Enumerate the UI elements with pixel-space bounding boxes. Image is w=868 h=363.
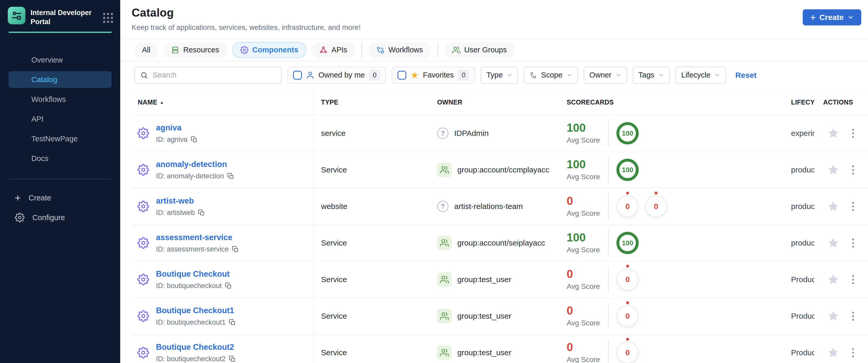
component-gear-icon <box>137 274 149 285</box>
entity-name-link[interactable]: Boutique Checkout1 <box>156 306 234 315</box>
avg-score-label: Avg Score <box>567 173 604 181</box>
favorite-star-button[interactable] <box>827 237 839 249</box>
favorite-star-button[interactable] <box>827 127 839 139</box>
name-cell: Boutique Checkout2ID: boutiquecheckout2 <box>132 334 314 363</box>
sidebar-item-overview[interactable]: Overview <box>8 52 112 68</box>
column-header-type[interactable]: TYPE <box>314 98 433 106</box>
scorecard-rings: 100 <box>616 122 639 144</box>
column-header-owner[interactable]: OWNER <box>433 98 565 106</box>
scorecard-ring: 0 <box>616 341 639 363</box>
scorecards-cell: 0Avg Score0 <box>565 303 791 330</box>
column-header-name[interactable]: NAME ▲ <box>132 89 314 115</box>
row-menu-button[interactable] <box>850 347 856 359</box>
sidebar-item-catalog[interactable]: Catalog <box>8 71 112 88</box>
favorites-filter[interactable]: ★ Favorites 0 <box>392 67 475 84</box>
page-header: Catalog Keep track of applications, serv… <box>120 0 868 39</box>
row-menu-button[interactable] <box>850 127 856 140</box>
favorite-star-button[interactable] <box>827 274 839 285</box>
table-row: anomaly-detectionID: anomaly-detectionSe… <box>132 152 868 188</box>
table-row: Boutique CheckoutID: boutiquecheckoutSer… <box>132 261 868 298</box>
tab-workflows-label: Workflows <box>389 46 423 54</box>
owned-by-me-filter[interactable]: Owned by me 0 <box>287 67 386 84</box>
copy-id-icon[interactable] <box>232 246 239 253</box>
app-switcher-grid-icon[interactable] <box>103 7 113 23</box>
scorecard-ring-value: 100 <box>622 239 633 247</box>
reset-filters-link[interactable]: Reset <box>735 71 756 80</box>
column-header-scorecards[interactable]: SCORECARDS <box>565 98 791 106</box>
create-button[interactable]: + Create <box>803 9 861 25</box>
copy-id-icon[interactable] <box>198 209 205 216</box>
favorite-star-button[interactable] <box>827 201 839 212</box>
sidebar-create-label: Create <box>29 194 51 202</box>
name-wrap: anomaly-detectionID: anomaly-detection <box>156 160 234 180</box>
row-menu-button[interactable] <box>850 164 856 176</box>
scorecard-rings: 0 <box>616 341 639 363</box>
tab-user-groups[interactable]: User Groups <box>445 42 514 58</box>
scorecard-ring: 100 <box>616 232 639 254</box>
entity-name-link[interactable]: Boutique Checkout2 <box>156 342 234 352</box>
copy-id-icon[interactable] <box>227 173 234 180</box>
tab-resources[interactable]: Resources <box>163 42 227 58</box>
row-menu-button[interactable] <box>850 237 856 249</box>
component-gear-icon <box>137 164 149 176</box>
column-header-actions: ACTIONS <box>814 89 868 115</box>
entity-name-link[interactable]: artist-web <box>156 196 194 205</box>
sidebar-item-workflows[interactable]: Workflows <box>8 91 112 108</box>
owned-by-me-checkbox[interactable] <box>293 71 302 80</box>
lifecycle-dropdown[interactable]: Lifecycle <box>676 67 726 84</box>
tab-apis[interactable]: APIs <box>312 42 355 58</box>
sidebar-item-testnewpage[interactable]: TestNewPage <box>8 130 112 147</box>
avg-score-label: Avg Score <box>567 209 604 217</box>
row-menu-button[interactable] <box>850 310 856 322</box>
search-input[interactable] <box>152 70 276 80</box>
tab-components[interactable]: Components <box>232 42 306 58</box>
type-dropdown[interactable]: Type <box>480 67 518 84</box>
entity-type-tabs: All Resources Components <box>120 39 868 61</box>
tab-components-label: Components <box>252 46 298 54</box>
sort-asc-icon: ▲ <box>160 100 164 104</box>
avg-score-value: 100 <box>567 159 604 170</box>
row-menu-button[interactable] <box>850 274 856 286</box>
apis-icon <box>319 46 328 54</box>
component-gear-icon <box>137 201 149 212</box>
scorecard-ring: 0 <box>616 268 639 291</box>
copy-id-icon[interactable] <box>229 319 236 326</box>
favorites-label: Favorites <box>423 71 454 79</box>
sidebar-configure-button[interactable]: Configure <box>0 208 120 228</box>
row-menu-button[interactable] <box>850 201 856 213</box>
owner-dropdown[interactable]: Owner <box>584 67 627 84</box>
tab-all[interactable]: All <box>134 42 158 58</box>
sidebar-create-button[interactable]: + Create <box>0 188 120 208</box>
scope-dropdown[interactable]: Scope <box>524 67 578 84</box>
owner-label: group:account/seiplayacc <box>457 239 545 247</box>
main-content: Catalog Keep track of applications, serv… <box>120 0 868 363</box>
table-row: agnivaID: agnivaservice?IDPAdmin100Avg S… <box>132 115 868 152</box>
copy-id-icon[interactable] <box>191 136 198 143</box>
name-cell: Boutique CheckoutID: boutiquecheckout <box>132 261 314 298</box>
score-divider <box>608 303 609 330</box>
avg-score-value: 0 <box>567 305 604 316</box>
entity-name-link[interactable]: anomaly-detection <box>156 160 227 169</box>
favorite-star-button[interactable] <box>827 310 839 322</box>
copy-id-icon[interactable] <box>225 282 232 290</box>
sidebar-item-api[interactable]: API <box>8 111 112 127</box>
sidebar-item-docs[interactable]: Docs <box>8 150 112 167</box>
favorite-star-button[interactable] <box>827 164 839 176</box>
column-header-lifecycle[interactable]: LIFECYCLE <box>791 98 814 106</box>
entity-name-link[interactable]: agniva <box>156 123 181 132</box>
name-cell: artist-webID: artistweb <box>132 188 314 224</box>
entity-name-link[interactable]: Boutique Checkout <box>156 269 229 278</box>
scorecard-ring-value: 0 <box>625 275 630 284</box>
favorites-checkbox[interactable] <box>398 71 406 80</box>
favorite-star-button[interactable] <box>827 347 839 359</box>
scorecard-rings: 00 <box>616 195 667 217</box>
entity-id-row: ID: agniva <box>156 135 198 144</box>
tags-dropdown-label: Tags <box>639 71 654 79</box>
copy-id-icon[interactable] <box>229 356 236 362</box>
entity-name-link[interactable]: assessment-service <box>156 233 232 242</box>
tags-dropdown[interactable]: Tags <box>633 67 670 84</box>
tab-workflows[interactable]: Workflows <box>369 42 430 58</box>
scorecards-cell: 100Avg Score100 <box>565 230 791 256</box>
owner-group-icon <box>437 272 452 287</box>
chevron-down-icon <box>715 72 720 78</box>
